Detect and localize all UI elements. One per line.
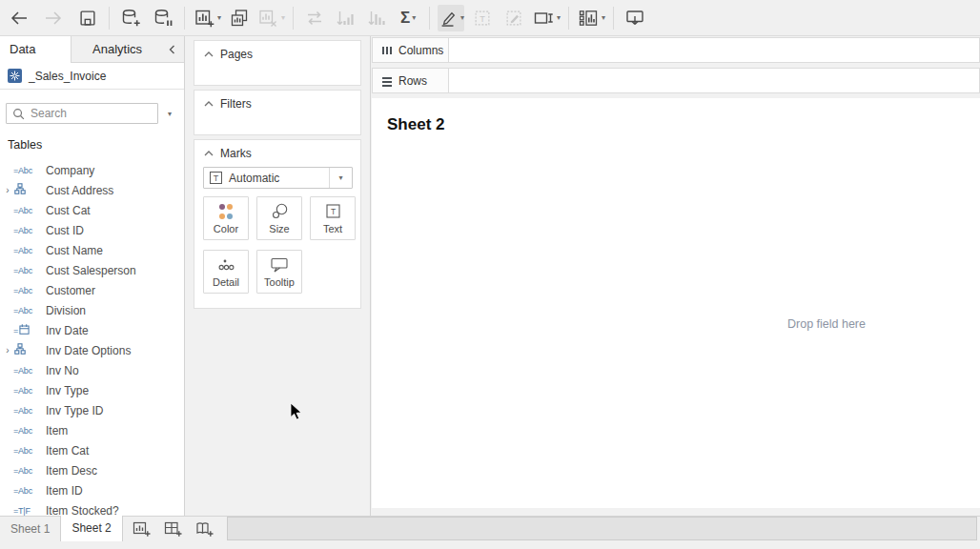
field-label: Company: [46, 164, 94, 177]
presentation-mode-icon[interactable]: [622, 5, 648, 31]
rows-icon: [381, 75, 393, 87]
filters-card[interactable]: Filters: [194, 90, 361, 135]
field-row[interactable]: =Abc Customer: [0, 280, 184, 300]
datasource-name: _Sales_Invoice: [29, 70, 106, 83]
field-label: Item Desc: [46, 464, 97, 478]
marks-color-button[interactable]: Color: [203, 196, 249, 240]
field-type-icon: [13, 183, 44, 197]
columns-icon: [381, 45, 393, 56]
pages-card-title: Pages: [220, 48, 253, 61]
field-label: Item Stocked?: [46, 504, 119, 517]
collapse-chevron-icon[interactable]: [204, 101, 214, 107]
field-row[interactable]: =Abc Item ID: [0, 480, 184, 500]
field-row[interactable]: =Abc Item Cat: [0, 440, 184, 460]
tab-analytics[interactable]: Analytics: [71, 36, 159, 63]
svg-text:T: T: [330, 207, 335, 216]
marks-tooltip-button[interactable]: Tooltip: [256, 250, 302, 294]
field-row[interactable]: =Abc Item Desc: [0, 460, 184, 480]
field-expander-icon[interactable]: ›: [2, 186, 13, 195]
totals-icon[interactable]: Σ ▾: [395, 5, 421, 31]
field-label: Inv No: [46, 364, 79, 377]
field-type-icon: =: [13, 324, 44, 337]
new-story-button[interactable]: [193, 517, 217, 541]
field-label: Inv Date Options: [46, 344, 131, 357]
svg-text:T: T: [480, 13, 485, 23]
field-type-icon: =T|F: [13, 506, 44, 516]
field-label: Customer: [46, 284, 95, 297]
data-pane: Data Analytics _Sales_Invoice Search ▾: [0, 36, 185, 516]
empty-tab-strip: [227, 517, 977, 540]
collapse-pane-button[interactable]: [159, 36, 184, 63]
field-row[interactable]: =T|F Item Stocked?: [0, 500, 184, 516]
search-input[interactable]: Search: [6, 103, 158, 124]
show-hide-cards-icon[interactable]: ▾: [577, 5, 605, 31]
new-worksheet-icon[interactable]: ▾: [193, 5, 221, 31]
field-row[interactable]: =Abc Item: [0, 420, 184, 440]
sheet-view[interactable]: Sheet 2 Drop field here: [372, 98, 980, 508]
tableau-window: ▾ ▾ Σ ▾ ▾ T: [0, 0, 980, 549]
collapse-chevron-icon[interactable]: [204, 51, 214, 57]
tooltip-icon: [271, 256, 288, 274]
mark-type-dropdown[interactable]: T Automatic ▾: [203, 167, 353, 189]
field-label: Cust Cat: [46, 204, 91, 217]
forward-icon: [40, 5, 67, 31]
field-row[interactable]: =Abc Company: [0, 160, 184, 180]
mark-type-value: Automatic: [229, 172, 329, 185]
pause-auto-updates-icon[interactable]: [150, 5, 176, 31]
field-type-icon: =Abc: [13, 206, 44, 215]
field-row[interactable]: =Abc Inv No: [0, 360, 184, 380]
save-icon[interactable]: [74, 5, 101, 31]
field-row[interactable]: = Inv Date: [0, 320, 184, 340]
new-dashboard-button[interactable]: [161, 517, 186, 541]
rows-shelf[interactable]: [449, 68, 980, 93]
field-row[interactable]: =Abc Cust Name: [0, 240, 184, 260]
columns-shelf[interactable]: [449, 37, 980, 63]
marks-text-button[interactable]: T Text: [310, 196, 356, 240]
field-label: Cust Address: [46, 184, 113, 197]
sheet-title: Sheet 2: [387, 115, 444, 134]
collapse-chevron-icon[interactable]: [204, 151, 214, 156]
rows-shelf-label: Rows: [372, 68, 449, 93]
search-options-caret-icon[interactable]: ▾: [158, 110, 181, 118]
tab-data[interactable]: Data: [0, 36, 71, 63]
new-worksheet-button[interactable]: [130, 517, 154, 541]
field-label: Inv Type: [46, 384, 89, 397]
field-row[interactable]: › Cust Address: [0, 180, 184, 200]
sheet-tab-1[interactable]: Sheet 1: [0, 517, 60, 541]
datasource-icon: [8, 69, 22, 83]
fit-icon[interactable]: ▾: [532, 5, 561, 31]
field-row[interactable]: =Abc Cust Cat: [0, 200, 184, 220]
datasource-item[interactable]: _Sales_Invoice: [0, 63, 184, 90]
marks-size-button[interactable]: Size: [256, 196, 302, 240]
field-type-icon: =Abc: [13, 286, 44, 295]
duplicate-sheet-icon[interactable]: [226, 5, 253, 31]
sheet-tab-2[interactable]: Sheet 2: [60, 516, 122, 541]
marks-detail-button[interactable]: Detail: [203, 250, 249, 294]
highlight-icon[interactable]: ▾: [438, 5, 464, 31]
marks-buttons: Color Size T Text: [203, 196, 360, 294]
filters-card-title: Filters: [220, 97, 252, 111]
worksheet-canvas: Columns Rows Sheet 2 Drop field here: [370, 36, 980, 516]
sort-ascending-icon: [333, 5, 359, 31]
field-row[interactable]: =Abc Cust ID: [0, 220, 184, 240]
field-type-icon: =Abc: [13, 446, 44, 456]
field-row[interactable]: › Inv Date Options: [0, 340, 184, 360]
field-type-icon: =Abc: [13, 266, 44, 275]
field-row[interactable]: =Abc Division: [0, 300, 184, 320]
marks-card-title: Marks: [220, 147, 252, 160]
tables-section-title: Tables: [0, 138, 184, 152]
swap-rows-columns-icon: [301, 5, 328, 31]
size-icon: [272, 203, 288, 220]
field-row[interactable]: =Abc Inv Type ID: [0, 400, 184, 420]
field-row[interactable]: =Abc Cust Salesperson: [0, 260, 184, 280]
field-type-icon: =Abc: [13, 226, 44, 235]
field-label: Inv Date: [46, 324, 89, 337]
field-expander-icon[interactable]: ›: [2, 346, 13, 356]
field-type-icon: =Abc: [13, 166, 44, 175]
back-icon[interactable]: [6, 5, 32, 31]
new-data-source-icon[interactable]: [117, 5, 144, 31]
field-type-icon: =Abc: [13, 386, 44, 396]
dropdown-caret-icon[interactable]: ▾: [329, 168, 352, 188]
pages-card[interactable]: Pages: [194, 40, 361, 86]
field-row[interactable]: =Abc Inv Type: [0, 380, 184, 400]
